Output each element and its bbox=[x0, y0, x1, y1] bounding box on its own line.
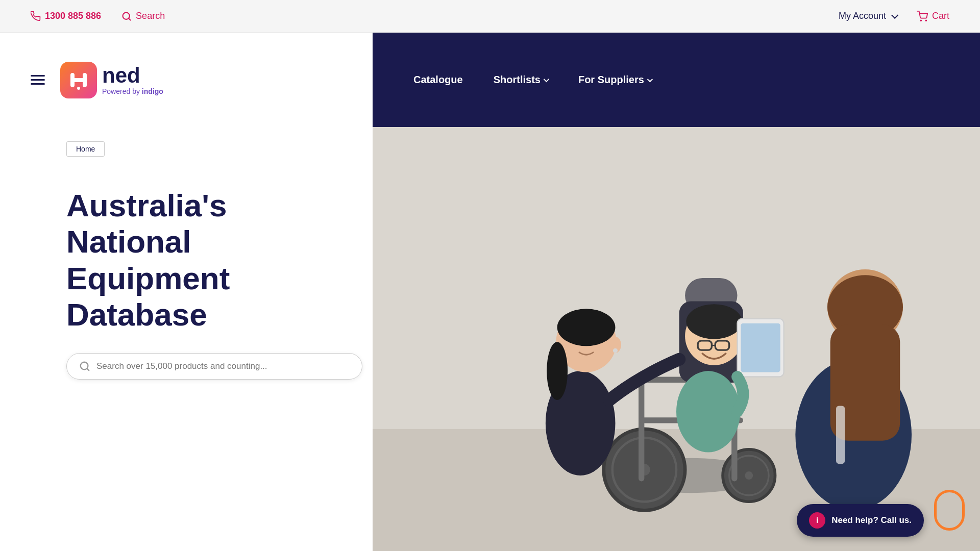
breadcrumb-home[interactable]: Home bbox=[66, 141, 105, 157]
hero-image bbox=[373, 127, 980, 551]
phone-icon bbox=[31, 11, 41, 21]
svg-line-1 bbox=[129, 18, 131, 20]
hero-content: Australia's National Equipment Database bbox=[0, 187, 373, 380]
phone-link[interactable]: 1300 885 886 bbox=[31, 11, 101, 21]
logo-name: ned bbox=[102, 65, 163, 86]
cart-label: Cart bbox=[932, 11, 949, 21]
my-account-label: My Account bbox=[839, 11, 886, 21]
utility-right: My Account Cart bbox=[839, 11, 949, 22]
svg-rect-6 bbox=[72, 78, 85, 82]
ned-floating-widget[interactable] bbox=[934, 490, 970, 541]
hero-title: Australia's National Equipment Database bbox=[66, 187, 342, 333]
svg-rect-44 bbox=[373, 127, 980, 551]
hamburger-line-3 bbox=[31, 83, 45, 85]
hero-scene-svg bbox=[373, 127, 980, 551]
ned-widget-icon bbox=[934, 490, 965, 531]
hamburger-button[interactable] bbox=[31, 75, 45, 85]
site-header: ned Powered by indigo bbox=[0, 33, 373, 127]
search-bar-icon bbox=[79, 361, 90, 372]
ned-logo-mark bbox=[67, 69, 90, 91]
account-chevron-icon bbox=[891, 11, 898, 18]
search-input[interactable] bbox=[96, 361, 350, 371]
logo-tagline: Powered by indigo bbox=[102, 87, 163, 95]
nav-shortlists[interactable]: Shortlists bbox=[494, 74, 548, 86]
nav-catalogue[interactable]: Catalogue bbox=[413, 74, 463, 86]
hamburger-line-2 bbox=[31, 79, 45, 81]
nav-for-suppliers-label: For Suppliers bbox=[578, 74, 644, 86]
logo-area[interactable]: ned Powered by indigo bbox=[60, 62, 163, 98]
nav-bar: Catalogue Shortlists For Suppliers bbox=[373, 33, 980, 127]
help-button[interactable]: i Need help? Call us. bbox=[797, 504, 924, 537]
help-label: Need help? Call us. bbox=[831, 515, 912, 525]
breadcrumb-area: Home bbox=[0, 127, 373, 157]
main-search-bar[interactable] bbox=[66, 353, 362, 380]
svg-point-7 bbox=[77, 87, 80, 90]
phone-number: 1300 885 886 bbox=[45, 11, 101, 21]
search-icon bbox=[121, 11, 132, 21]
nav-catalogue-label: Catalogue bbox=[413, 74, 463, 86]
cart-icon bbox=[917, 11, 928, 22]
nav-shortlists-label: Shortlists bbox=[494, 74, 541, 86]
tagline-brand: indigo bbox=[142, 87, 163, 95]
for-suppliers-chevron-icon bbox=[647, 76, 653, 82]
left-panel: ned Powered by indigo Home Australia's N… bbox=[0, 33, 373, 551]
utility-bar: 1300 885 886 Search My Account Cart bbox=[0, 0, 980, 33]
svg-line-9 bbox=[87, 368, 89, 370]
search-button[interactable]: Search bbox=[121, 11, 165, 21]
cart-button[interactable]: Cart bbox=[917, 11, 949, 22]
logo-text-area: ned Powered by indigo bbox=[102, 65, 163, 95]
shortlists-chevron-icon bbox=[544, 76, 549, 82]
utility-left: 1300 885 886 Search bbox=[31, 11, 165, 21]
logo-icon bbox=[60, 62, 97, 98]
help-info-icon: i bbox=[809, 512, 825, 529]
hamburger-line-1 bbox=[31, 75, 45, 77]
tagline-pre: Powered by bbox=[102, 87, 142, 95]
main-wrapper: ned Powered by indigo Home Australia's N… bbox=[0, 33, 980, 551]
nav-for-suppliers[interactable]: For Suppliers bbox=[578, 74, 651, 86]
svg-point-2 bbox=[920, 20, 921, 21]
right-panel: Catalogue Shortlists For Suppliers bbox=[373, 33, 980, 551]
my-account-button[interactable]: My Account bbox=[839, 11, 896, 21]
search-label: Search bbox=[136, 11, 165, 21]
svg-point-3 bbox=[925, 20, 926, 21]
